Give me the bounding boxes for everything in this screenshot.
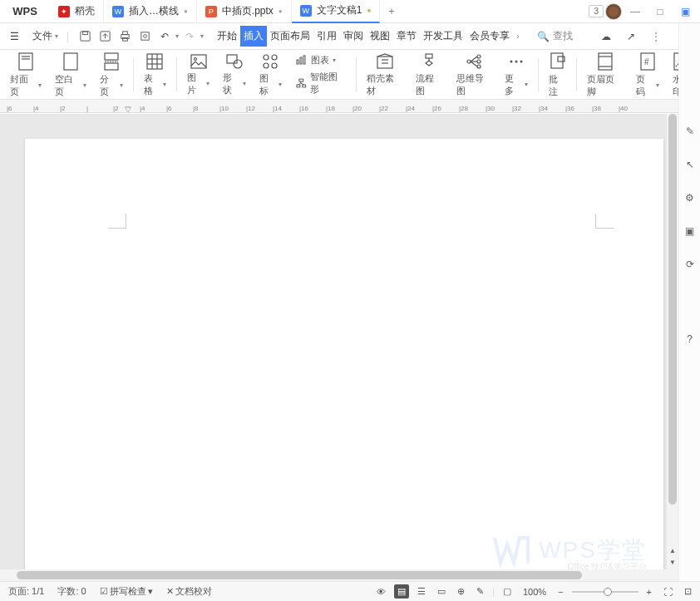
web-view-icon[interactable]: ⊕ (454, 584, 468, 599)
watermark-subtitle: Office 技巧&学习平台 (568, 561, 647, 569)
vertical-scrollbar[interactable]: ▲ ▼ (667, 114, 678, 569)
chart-button[interactable]: 图表▾ (293, 52, 348, 68)
edit-mode-icon[interactable]: ✎ (473, 584, 487, 599)
shape-button[interactable]: 形状▾ (216, 53, 252, 96)
document-page[interactable]: WPS学堂 Office 技巧&学习平台 (25, 139, 663, 569)
image-button[interactable]: 图片▾ (180, 53, 216, 96)
export-button[interactable] (96, 27, 114, 46)
hamburger-menu[interactable]: ☰ (5, 28, 24, 45)
tab-insert[interactable]: 插入 (240, 26, 267, 47)
tab-developer[interactable]: 开发工具 (420, 26, 466, 47)
maximize-button[interactable]: □ (648, 3, 672, 20)
table-button[interactable]: 表格▾ (137, 53, 173, 96)
cloud-button[interactable]: ☁ (597, 27, 615, 46)
fullscreen-icon[interactable]: ⛶ (660, 585, 676, 599)
minimize-button[interactable]: — (624, 3, 647, 20)
comment-button[interactable]: 批注 (542, 53, 573, 96)
add-tab-button[interactable]: ＋ (380, 4, 403, 18)
spellcheck-toggle[interactable]: ☑ 拼写检查 ▾ (96, 584, 156, 599)
eye-icon[interactable]: 👁 (373, 585, 389, 599)
blank-page-button[interactable]: 空白页▾ (48, 53, 93, 96)
settings-icon[interactable]: ⚙ (682, 190, 698, 206)
chevron-down-icon[interactable]: ▾ (200, 32, 204, 40)
close-button[interactable]: ▣ (673, 3, 697, 20)
tab-pptx[interactable]: P 中插页.pptx ● (197, 0, 292, 23)
tab-active-doc[interactable]: W 文字文稿1 ● (292, 0, 381, 23)
proofing-button[interactable]: ✕ 文档校对 (163, 584, 215, 599)
svg-rect-40 (426, 54, 432, 58)
page-break-button[interactable]: 分页▾ (93, 53, 129, 96)
document-canvas[interactable]: WPS学堂 Office 技巧&学习平台 (0, 114, 678, 569)
scrollbar-thumb[interactable] (668, 114, 677, 505)
best-fit-icon[interactable]: ⊡ (681, 584, 695, 599)
page-view-icon[interactable]: ▤ (394, 584, 409, 599)
user-avatar[interactable] (605, 3, 622, 20)
page-number-button[interactable]: # 页码▾ (629, 53, 665, 96)
mindmap-button[interactable]: 思维导图 (450, 53, 499, 96)
settings-button[interactable]: ⋮ (647, 27, 665, 46)
header-footer-button[interactable]: 页眉页脚 (580, 53, 629, 96)
tab-view[interactable]: 视图 (367, 26, 393, 47)
svg-rect-13 (105, 63, 118, 70)
ruler-tick: |2 (113, 105, 140, 112)
tab-insert-line[interactable]: W 插入…横线 ● (104, 0, 197, 23)
tab-chapter[interactable]: 章节 (393, 26, 420, 47)
flowchart-button[interactable]: 流程图 (409, 53, 449, 96)
tab-doke[interactable]: ✦ 稻壳 (50, 0, 104, 23)
modified-dot-icon: ● (184, 7, 188, 15)
svg-rect-28 (297, 60, 298, 64)
refresh-icon[interactable]: ⟳ (682, 256, 698, 273)
help-icon[interactable]: ? (682, 331, 698, 347)
zoom-in-button[interactable]: + (643, 585, 655, 599)
smartart-button[interactable]: 智能图形 (293, 69, 348, 97)
search-box[interactable]: 🔍 查找 (532, 27, 578, 45)
tab-reference[interactable]: 引用 (313, 26, 340, 47)
zoom-thumb[interactable] (604, 588, 612, 596)
doc-count-badge[interactable]: 3 (589, 5, 604, 17)
ruler-tick: |4 (140, 105, 166, 112)
material-button[interactable]: 稻壳素材 (360, 53, 409, 96)
more-button[interactable]: 更多▾ (498, 53, 534, 96)
ruler-tick: |28 (459, 105, 486, 112)
word-count[interactable]: 字数: 0 (54, 584, 89, 599)
tab-start[interactable]: 开始 (214, 26, 240, 47)
margin-marker-tr (595, 214, 614, 229)
zoom-slider[interactable] (572, 591, 638, 593)
svg-point-52 (520, 60, 523, 62)
edit-tool-icon[interactable]: ✎ (682, 123, 698, 140)
tab-review[interactable]: 审阅 (340, 26, 367, 47)
preview-button[interactable] (136, 27, 154, 46)
horizontal-ruler[interactable]: ▽ |6|4|2||2|4|6|8|10|12|14|16|18|20|22|2… (0, 100, 700, 113)
page-indicator[interactable]: 页面: 1/1 (5, 584, 47, 599)
search-placeholder: 查找 (553, 29, 573, 43)
zoom-out-button[interactable]: − (555, 585, 566, 599)
icon-button[interactable]: 图标▾ (253, 53, 288, 96)
tab-layout[interactable]: 页面布局 (267, 26, 313, 47)
cursor-tool-icon[interactable]: ↖ (682, 156, 698, 173)
scroll-down-icon[interactable]: ▼ (667, 556, 678, 568)
horizontal-scrollbar[interactable] (0, 569, 678, 581)
svg-point-51 (515, 60, 518, 62)
share-button[interactable]: ↗ (622, 27, 640, 46)
undo-button[interactable]: ↶ (155, 27, 174, 46)
search-icon: 🔍 (537, 31, 550, 42)
scrollbar-thumb[interactable] (17, 571, 582, 579)
word-icon: W (300, 5, 312, 17)
cover-page-button[interactable]: 封面页▾ (3, 53, 48, 96)
redo-button[interactable]: ↷ (180, 27, 199, 46)
box-tool-icon[interactable]: ▣ (682, 223, 698, 239)
file-menu[interactable]: 文件▾ (27, 27, 63, 46)
ruler-tick: |38 (592, 105, 619, 112)
scroll-up-icon[interactable]: ▲ (667, 544, 678, 556)
read-view-icon[interactable]: ▭ (434, 584, 449, 599)
settings-icon[interactable]: ▢ (500, 584, 515, 599)
save-button[interactable] (76, 27, 94, 46)
more-tabs-icon[interactable]: › (516, 32, 519, 41)
tab-member[interactable]: 会员专享 (466, 26, 513, 47)
outline-view-icon[interactable]: ☰ (414, 584, 429, 599)
zoom-level[interactable]: 100% (520, 585, 550, 599)
svg-marker-41 (426, 61, 432, 66)
print-button[interactable] (116, 27, 134, 46)
chevron-down-icon[interactable]: ▾ (175, 32, 179, 40)
svg-point-44 (477, 55, 481, 58)
